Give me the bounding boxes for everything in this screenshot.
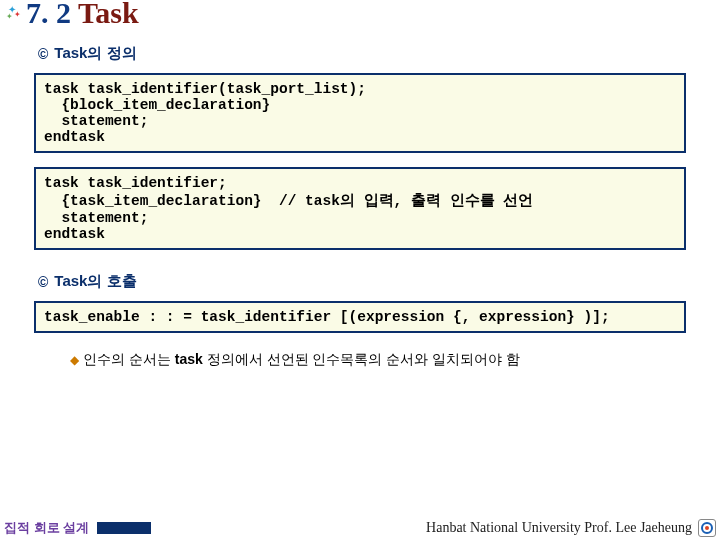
bullet-icon: ©	[38, 46, 48, 62]
note-bold: task	[175, 351, 203, 367]
code-content: task task_identifier; {task_item_declara…	[44, 175, 676, 242]
slide-title: ✦✦✦ 7. 2 Task	[0, 0, 720, 30]
code-box-1: task task_identifier(task_port_list); {b…	[34, 73, 686, 153]
footer: 집적 회로 설계 Hanbat National University Prof…	[0, 516, 720, 540]
code-box-3: task_enable : : = task_identifier [(expr…	[34, 301, 686, 333]
bullet-icon: ©	[38, 274, 48, 290]
code-content: task_enable : : = task_identifier [(expr…	[44, 309, 676, 325]
code-box-2: task task_identifier; {task_item_declara…	[34, 167, 686, 250]
section-heading-definition: © Task의 정의	[38, 44, 720, 63]
section-heading-text: Task의 호출	[54, 272, 136, 291]
note-suffix: 정의에서 선언된 인수목록의 순서와 일치되어야 함	[203, 351, 520, 367]
code-content: task task_identifier(task_port_list); {b…	[44, 81, 676, 145]
section-heading-call: © Task의 호출	[38, 272, 720, 291]
note-prefix: 인수의 순서는	[83, 351, 175, 367]
note-line: ◆ 인수의 순서는 task 정의에서 선언된 인수목록의 순서와 일치되어야 …	[70, 351, 720, 369]
diamond-bullet-icon: ◆	[70, 353, 79, 367]
university-logo-icon	[698, 519, 716, 537]
footer-right-text: Hanbat National University Prof. Lee Jae…	[426, 520, 692, 536]
footer-left-text: 집적 회로 설계	[0, 519, 89, 537]
section-heading-text: Task의 정의	[54, 44, 136, 63]
stars-icon: ✦✦✦	[6, 2, 24, 24]
footer-bar	[97, 522, 151, 534]
title-word: Task	[71, 0, 139, 29]
title-number: 7. 2	[26, 0, 71, 29]
